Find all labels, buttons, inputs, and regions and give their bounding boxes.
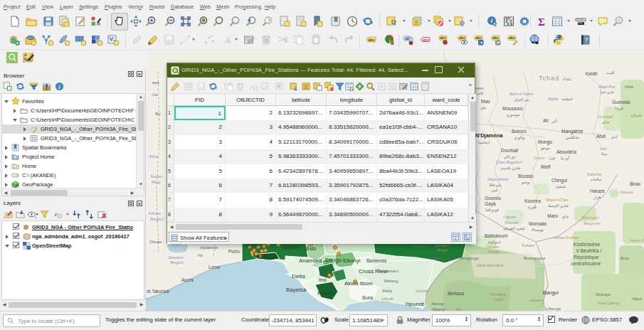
svg-text:Region: Region [170, 260, 184, 265]
svg-text:Aboudéïa: Aboudéïa [556, 149, 576, 154]
svg-text:Akwa Ibom: Akwa Ibom [344, 280, 373, 287]
svg-text:Kalait: Kalait [586, 71, 597, 76]
svg-text:مانكلمي: مانكلمي [566, 135, 579, 140]
svg-text:Lomé: Lomé [208, 265, 221, 270]
svg-text:Mao: Mao [481, 99, 490, 104]
svg-text:?: ? [584, 36, 588, 43]
svg-text:Haraze: Haraze [590, 188, 605, 193]
svg-text:(Aplahoué: (Aplahoué [200, 245, 218, 250]
svg-text:Nord Libeng: Nord Libeng [598, 301, 620, 305]
svg-text:Haute K: Haute K [630, 238, 644, 243]
svg-text:Yakor: Yakor [631, 297, 642, 301]
svg-text:Ködörösêse: Ködörösêse [574, 242, 600, 247]
svg-text:Edo: Edo [306, 245, 317, 252]
svg-text:Birao: Birao [630, 181, 641, 186]
svg-text:Imo: Imo [319, 277, 327, 282]
svg-text:Barh el Gazel: Barh el Gazel [510, 92, 534, 96]
svg-text:ab: ab [406, 36, 410, 41]
svg-text:لوقون الشرقية: لوقون الشرقية [503, 226, 525, 230]
svg-text:مونسالا: مونسالا [532, 228, 544, 233]
svg-text:Mobaye: Mobaye [596, 292, 611, 297]
svg-text:Ati: Ati [543, 118, 549, 123]
svg-text:Nana-Mombéré: Nana-Mombéré [476, 263, 503, 267]
svg-text:Ouaddaï: Ouaddaï [598, 115, 613, 119]
svg-text:Bafoussam: Bafoussam [377, 269, 398, 273]
svg-text:Lemma: Lemma [416, 289, 428, 293]
svg-text:Abdi: Abdi [596, 134, 606, 139]
svg-text:Eastern: Eastern [169, 255, 184, 260]
svg-text:كانم: كانم [477, 91, 484, 96]
svg-text:Chingul: Chingul [551, 178, 568, 183]
svg-text:Fendr: Fendr [437, 248, 448, 252]
svg-text:مايو: مايو [561, 214, 569, 219]
svg-text:دوربالي: دوربالي [504, 154, 517, 159]
svg-text:Ho: Ho [198, 253, 203, 257]
svg-text:Ouham-: Ouham- [486, 245, 500, 249]
svg-text:Savan: Savan [150, 174, 163, 179]
svg-text:Baña: Baña [382, 289, 393, 293]
svg-text:Lagos: Lagos [253, 252, 268, 259]
svg-text:موسورو: موسورو [506, 112, 520, 117]
svg-text:abc: abc [459, 36, 465, 40]
svg-text:abc: abc [492, 36, 499, 40]
svg-text:Anambra: Anambra [299, 257, 322, 264]
svg-text:Iriba: Iriba [625, 85, 633, 89]
svg-text:Littoral: Littoral [381, 297, 394, 301]
svg-text:Otuasi: Otuasi [149, 240, 162, 244]
svg-text:Bousso: Bousso [518, 174, 534, 179]
svg-text:كيبي: كيبي [491, 188, 498, 193]
svg-text:·: · [532, 165, 534, 169]
svg-text:Bangoran: Bangoran [584, 221, 601, 225]
svg-text:Guereda: Guereda [612, 100, 630, 105]
svg-text:Kiharu: Kiharu [149, 211, 162, 215]
svg-text:Ce: Ce [152, 92, 158, 97]
svg-text:Enugu: Enugu [325, 257, 342, 263]
svg-text:nem: nem [475, 86, 484, 90]
svg-text:Lobaye: Lobaye [530, 298, 543, 302]
svg-text:شاري باقرمي: شاري باقرمي [500, 166, 520, 171]
svg-text:Bertoua: Bertoua [448, 291, 464, 296]
svg-text:West: West [149, 154, 159, 159]
svg-text:سلامات: سلامات [590, 177, 601, 181]
svg-text:Accra: Accra [181, 277, 194, 282]
svg-text:Gounou: Gounou [485, 196, 502, 201]
svg-text:Regi: Regi [152, 180, 161, 184]
svg-text:Tibati: Tibati [432, 256, 442, 260]
svg-text:abc: abc [368, 38, 374, 42]
svg-text:بايبوكوم: بايبوكوم [488, 240, 502, 245]
svg-text:انجامينا: انجامينا [478, 140, 490, 144]
svg-text:Gaya: Gaya [485, 201, 496, 207]
svg-text:البطحة: البطحة [562, 97, 572, 101]
svg-text:Mondéré: Mondéré [490, 292, 506, 297]
svg-text:Wadi Fira: Wadi Fira [598, 85, 615, 89]
svg-text:Nana-Grébizi: Nana-Grébizi [554, 235, 579, 240]
svg-text:Bafang: Bafang [384, 279, 398, 283]
svg-text:aya: aya [152, 80, 159, 85]
svg-text:Bossangoa: Bossangoa [524, 256, 546, 260]
svg-text:abc: abc [423, 38, 429, 42]
svg-text:République: République [574, 255, 599, 260]
svg-text:abc: abc [475, 36, 482, 40]
svg-text:Ebonyi: Ebonyi [343, 257, 361, 264]
svg-text:centrafricaine: centrafricaine [571, 261, 601, 266]
svg-text:قيرا: قيرا [549, 156, 556, 160]
svg-text:وداي: وداي [602, 119, 610, 124]
svg-text:Logone: Logone [503, 215, 516, 219]
svg-text:Brua: Brua [621, 256, 630, 260]
svg-text:Koumra: Koumra [524, 198, 541, 203]
svg-text:Monsala: Monsala [529, 221, 547, 226]
svg-text:Abong: Abong [431, 302, 443, 306]
svg-text:بحر الغزال: بحر الغزال [514, 97, 529, 102]
svg-text:Bokoro: Bokoro [512, 129, 527, 134]
svg-text:N'Djaména: N'Djaména [475, 132, 503, 139]
svg-text:سيلا: سيلا [601, 151, 608, 156]
svg-text:بوكورو: بوكورو [514, 135, 526, 140]
svg-text:Banyo: Banyo [412, 244, 425, 248]
svg-text:abc: abc [440, 36, 446, 40]
svg-text:Melfi: Melfi [541, 164, 551, 169]
svg-text:Chari-Baguirmi: Chari-Baguirmi [496, 160, 522, 164]
svg-text:قونو قايا: قونو قايا [485, 208, 499, 213]
svg-text:ε: ε [250, 83, 253, 90]
svg-text:Mangalmé: Mangalmé [561, 129, 584, 134]
svg-text:Est مايو: Est مايو [490, 183, 502, 187]
